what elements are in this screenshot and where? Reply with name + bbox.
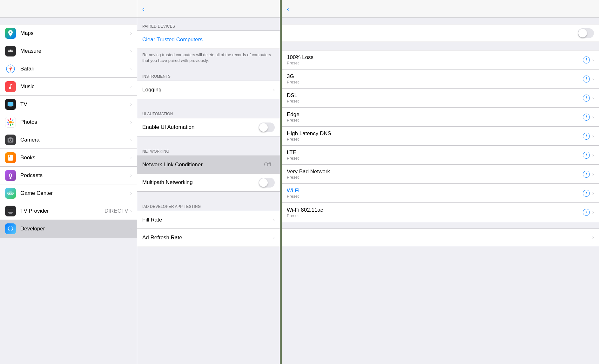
high-latency-dns-name-block: High Latency DNSPreset bbox=[287, 130, 583, 142]
mid-spacer-1 bbox=[137, 99, 280, 105]
wifi-name-block: Wi-FiPreset bbox=[287, 188, 583, 199]
3g-name-block: 3GPreset bbox=[287, 73, 583, 84]
very-bad-network-info-icon[interactable]: i bbox=[583, 171, 590, 178]
logging-chevron: › bbox=[273, 87, 275, 93]
mid-section-header-2: UI AUTOMATION bbox=[137, 105, 280, 118]
left-row-developer[interactable]: Developer› bbox=[0, 220, 137, 238]
mid-row-logging[interactable]: Logging› bbox=[137, 81, 280, 99]
svg-point-19 bbox=[10, 139, 11, 141]
svg-rect-23 bbox=[8, 192, 13, 195]
safari-label: Safari bbox=[20, 66, 130, 72]
measure-icon bbox=[5, 46, 16, 56]
tvprovider-value: DIRECTV bbox=[104, 208, 128, 214]
measure-label: Measure bbox=[20, 48, 130, 54]
left-list-group: Maps›Measure›Safari›Music›TV›Photos›Came… bbox=[0, 24, 137, 238]
mid-row-ad-refresh-rate[interactable]: Ad Refresh Rate› bbox=[137, 229, 280, 247]
high-latency-dns-info-icon[interactable]: i bbox=[583, 133, 590, 140]
tv-chevron: › bbox=[130, 102, 132, 107]
tvprovider-chevron: › bbox=[130, 208, 132, 214]
profile-row-wifi-80211ac[interactable]: Wi-Fi 802.11acPreseti› bbox=[282, 203, 599, 222]
svg-rect-8 bbox=[8, 102, 13, 106]
3g-name: 3G bbox=[287, 73, 583, 80]
edge-chevron: › bbox=[592, 114, 594, 120]
clear-trusted-label: Clear Trusted Computers bbox=[142, 36, 275, 43]
left-row-camera[interactable]: Camera› bbox=[0, 131, 137, 149]
mid-row-fill-rate[interactable]: Fill Rate› bbox=[137, 211, 280, 229]
tvprovider-icon bbox=[5, 206, 16, 216]
100loss-chevron: › bbox=[592, 57, 594, 63]
music-label: Music bbox=[20, 83, 130, 90]
very-bad-network-chevron: › bbox=[592, 171, 594, 177]
lte-name-block: LTEPreset bbox=[287, 149, 583, 161]
svg-rect-1 bbox=[9, 50, 10, 51]
100loss-info-icon[interactable]: i bbox=[583, 56, 590, 63]
mid-spacer-4 bbox=[137, 247, 280, 253]
mid-spacer-2 bbox=[137, 136, 280, 143]
svg-rect-2 bbox=[10, 50, 11, 51]
mid-back-button[interactable]: ‹ bbox=[142, 6, 145, 12]
edge-sub: Preset bbox=[287, 118, 583, 122]
edge-name-block: EdgePreset bbox=[287, 111, 583, 122]
wifi-chevron: › bbox=[592, 190, 594, 196]
enable-ui-automation-toggle[interactable] bbox=[259, 122, 275, 132]
profile-row-lte[interactable]: LTEPreseti› bbox=[282, 146, 599, 165]
mid-row-clear-trusted[interactable]: Clear Trusted Computers bbox=[137, 31, 280, 49]
camera-label: Camera bbox=[20, 137, 130, 143]
choose-profile-header bbox=[282, 42, 599, 50]
right-back-button[interactable]: ‹ bbox=[287, 6, 290, 12]
edge-info-icon[interactable]: i bbox=[583, 114, 590, 121]
left-row-photos[interactable]: Photos› bbox=[0, 113, 137, 131]
left-row-gamecenter[interactable]: Game Center› bbox=[0, 184, 137, 202]
profile-row-wifi[interactable]: Wi-FiPreseti› bbox=[282, 184, 599, 203]
wifi-sub: Preset bbox=[287, 194, 583, 199]
profile-row-very-bad-network[interactable]: Very Bad NetworkPreseti› bbox=[282, 165, 599, 184]
enable-ui-automation-toggle-knob bbox=[259, 123, 268, 132]
safari-chevron: › bbox=[130, 66, 132, 72]
mid-row-network-link[interactable]: Network Link ConditionerOff› bbox=[137, 156, 280, 174]
left-row-podcasts[interactable]: Podcasts› bbox=[0, 167, 137, 184]
wifi-80211ac-name-block: Wi-Fi 802.11acPreset bbox=[287, 207, 583, 218]
high-latency-dns-name: High Latency DNS bbox=[287, 130, 583, 137]
mid-group-3: Network Link ConditionerOff›Multipath Ne… bbox=[137, 156, 280, 192]
mid-section-header-1: INSTRUMENTS bbox=[137, 68, 280, 81]
dsl-sub: Preset bbox=[287, 99, 583, 103]
lte-sub: Preset bbox=[287, 156, 583, 161]
add-profile-row[interactable]: › bbox=[282, 228, 599, 246]
3g-chevron: › bbox=[592, 76, 594, 82]
left-row-safari[interactable]: Safari› bbox=[0, 60, 137, 78]
mid-section-header-4: IAD DEVELOPER APP TESTING bbox=[137, 198, 280, 211]
svg-line-18 bbox=[8, 124, 9, 125]
mid-group-1: Logging› bbox=[137, 81, 280, 99]
gamecenter-chevron: › bbox=[130, 190, 132, 196]
mid-row-enable-ui-automation[interactable]: Enable UI Automation bbox=[137, 118, 280, 136]
profile-row-dsl[interactable]: DSLPreseti› bbox=[282, 89, 599, 108]
enable-toggle-knob bbox=[578, 29, 587, 37]
3g-info-icon[interactable]: i bbox=[583, 76, 590, 83]
enable-toggle[interactable] bbox=[578, 28, 594, 38]
mid-row-multipath[interactable]: Multipath Networking bbox=[137, 174, 280, 191]
profile-row-high-latency-dns[interactable]: High Latency DNSPreseti› bbox=[282, 127, 599, 146]
photos-icon bbox=[5, 117, 16, 128]
wifi-80211ac-sub: Preset bbox=[287, 213, 583, 218]
mid-scroll: PAIRED DEVICESClear Trusted ComputersRem… bbox=[137, 18, 280, 364]
left-row-tv[interactable]: TV› bbox=[0, 96, 137, 113]
profile-row-edge[interactable]: EdgePreseti› bbox=[282, 108, 599, 127]
left-row-maps[interactable]: Maps› bbox=[0, 24, 137, 42]
wifi-info-icon[interactable]: i bbox=[583, 190, 590, 197]
mid-group-4: Fill Rate›Ad Refresh Rate› bbox=[137, 211, 280, 247]
left-row-measure[interactable]: Measure› bbox=[0, 42, 137, 60]
profile-row-3g[interactable]: 3GPreseti› bbox=[282, 69, 599, 89]
left-row-music[interactable]: Music› bbox=[0, 78, 137, 96]
svg-line-16 bbox=[12, 124, 13, 125]
left-row-books[interactable]: Books› bbox=[0, 149, 137, 167]
wifi-80211ac-info-icon[interactable]: i bbox=[583, 209, 590, 216]
left-row-tvprovider[interactable]: TV ProviderDIRECTV› bbox=[0, 202, 137, 220]
multipath-toggle[interactable] bbox=[259, 178, 275, 188]
measure-chevron: › bbox=[130, 48, 132, 54]
edge-name: Edge bbox=[287, 111, 583, 118]
profile-row-100loss[interactable]: 100% LossPreseti› bbox=[282, 50, 599, 69]
lte-info-icon[interactable]: i bbox=[583, 152, 590, 159]
dsl-info-icon[interactable]: i bbox=[583, 95, 590, 102]
svg-point-24 bbox=[9, 193, 10, 194]
right-back-chevron: ‹ bbox=[287, 6, 289, 12]
